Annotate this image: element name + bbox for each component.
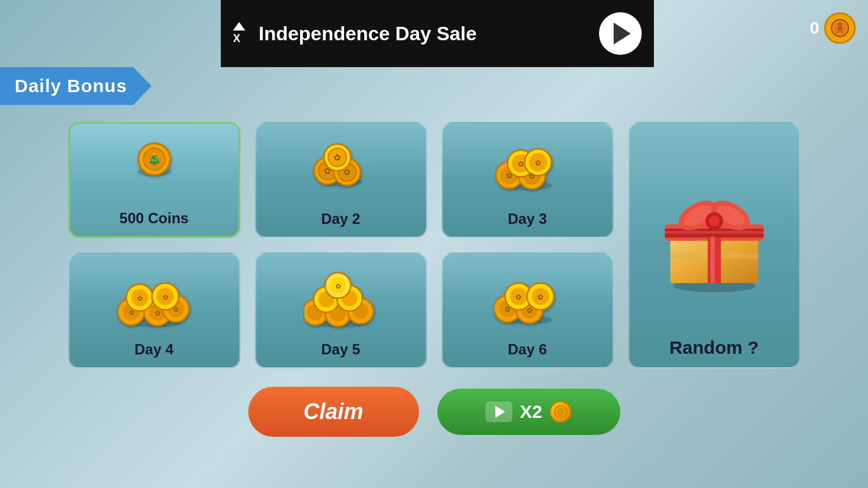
svg-rect-50 bbox=[665, 231, 764, 234]
gift-box-icon bbox=[659, 135, 769, 331]
coins-icon-day4: ✿ ✿ ✿ ✿ ✿ bbox=[118, 266, 191, 329]
coin-count-label: 0 bbox=[809, 18, 819, 38]
svg-text:✿: ✿ bbox=[162, 293, 168, 301]
day6-label: Day 6 bbox=[508, 341, 547, 358]
ad-arrow-button[interactable] bbox=[599, 12, 642, 55]
ad-left: X Independence Day Sale bbox=[233, 23, 476, 45]
svg-text:✿: ✿ bbox=[137, 295, 142, 302]
random-label: Random ? bbox=[669, 337, 759, 358]
svg-text:✿: ✿ bbox=[529, 172, 535, 181]
svg-text:✿: ✿ bbox=[504, 305, 511, 314]
ad-banner: X Independence Day Sale bbox=[221, 0, 654, 67]
rewards-grid: 🎄 500 Coins ✿ ✿ bbox=[68, 122, 800, 368]
ad-arrow-icon bbox=[614, 23, 631, 45]
gingerbread-coin-icon bbox=[824, 12, 856, 44]
svg-point-48 bbox=[709, 215, 720, 226]
svg-rect-42 bbox=[720, 253, 758, 258]
svg-text:✿: ✿ bbox=[173, 306, 178, 313]
svg-text:🎄: 🎄 bbox=[148, 152, 162, 166]
coins-icon-day2: ✿ ✿ ✿ bbox=[310, 135, 371, 190]
svg-rect-41 bbox=[670, 253, 708, 258]
play-icon bbox=[495, 406, 505, 418]
x2-coin-icon bbox=[550, 401, 572, 423]
svg-text:✿: ✿ bbox=[128, 309, 134, 316]
main-content: 🎄 500 Coins ✿ ✿ bbox=[0, 110, 868, 488]
coins-icon-day5: ✿ bbox=[304, 266, 378, 329]
coins-icon-day1: 🎄 bbox=[130, 136, 179, 181]
video-icon bbox=[486, 401, 512, 422]
reward-card-day4[interactable]: ✿ ✿ ✿ ✿ ✿ Day 4 bbox=[68, 253, 240, 368]
svg-text:✿: ✿ bbox=[515, 293, 522, 301]
day3-label: Day 3 bbox=[508, 210, 547, 228]
daily-bonus-banner: Daily Bonus bbox=[0, 67, 151, 105]
reward-card-day3[interactable]: ✿ ✿ ✿ ✿ Day 3 bbox=[442, 122, 614, 238]
x2-label: X2 bbox=[520, 401, 542, 422]
bottom-buttons: Claim X2 bbox=[248, 387, 620, 437]
day4-label: Day 4 bbox=[134, 341, 173, 358]
svg-text:✿: ✿ bbox=[334, 152, 341, 162]
x2-button[interactable]: X2 bbox=[437, 389, 620, 435]
svg-text:✿: ✿ bbox=[537, 293, 543, 301]
daily-bonus-label: Daily Bonus bbox=[0, 67, 151, 105]
coins-icon-day3: ✿ ✿ ✿ ✿ bbox=[494, 135, 561, 193]
svg-rect-2 bbox=[838, 26, 842, 31]
svg-point-95 bbox=[556, 407, 565, 416]
coins-icon-day6: ✿ ✿ ✿ ✿ bbox=[494, 266, 561, 326]
claim-button[interactable]: Claim bbox=[248, 387, 419, 437]
svg-rect-49 bbox=[710, 236, 714, 283]
reward-card-day1[interactable]: 🎄 500 Coins bbox=[68, 122, 240, 238]
reward-card-day2[interactable]: ✿ ✿ ✿ Day 2 bbox=[255, 122, 427, 238]
reward-card-day5[interactable]: ✿ Day 5 bbox=[255, 253, 427, 368]
svg-text:✿: ✿ bbox=[526, 306, 533, 315]
reward-card-random[interactable]: Random ? bbox=[628, 122, 800, 368]
ad-close-x[interactable]: X bbox=[233, 32, 251, 45]
day5-label: Day 5 bbox=[321, 341, 360, 358]
ad-title: Independence Day Sale bbox=[259, 23, 476, 45]
ad-icon: X bbox=[233, 24, 251, 43]
svg-text:✿: ✿ bbox=[154, 309, 160, 317]
svg-text:✿: ✿ bbox=[535, 159, 541, 167]
day1-label: 500 Coins bbox=[120, 210, 188, 227]
reward-card-day6[interactable]: ✿ ✿ ✿ ✿ Day 6 bbox=[442, 253, 614, 368]
top-right-coins: 0 bbox=[809, 12, 856, 44]
svg-text:✿: ✿ bbox=[335, 282, 340, 290]
svg-text:✿: ✿ bbox=[518, 160, 524, 168]
day2-label: Day 2 bbox=[321, 210, 360, 228]
svg-point-1 bbox=[838, 22, 842, 27]
svg-text:✿: ✿ bbox=[506, 171, 512, 180]
